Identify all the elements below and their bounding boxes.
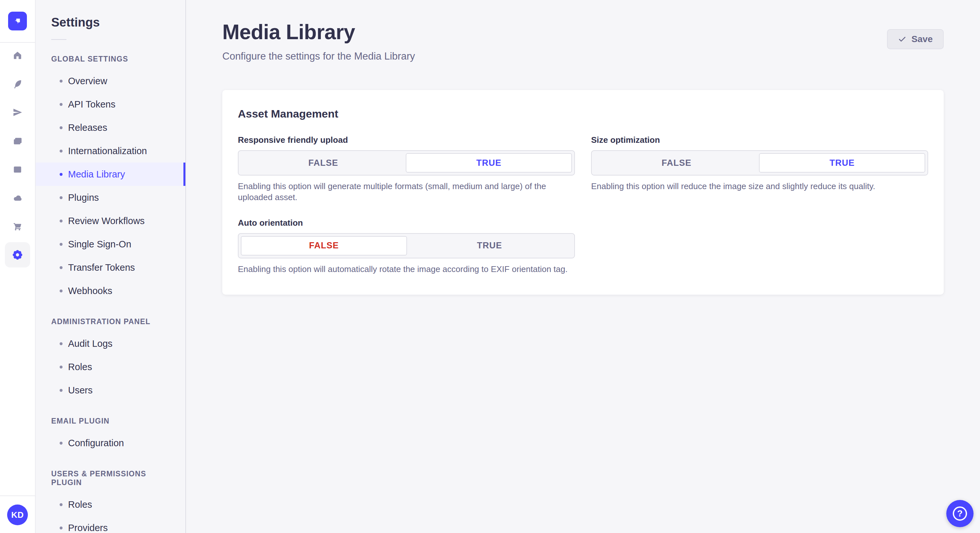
- strapi-logo-icon: [12, 16, 23, 27]
- toggle-option-true[interactable]: TRUE: [407, 236, 572, 255]
- sidebar-item-label: Review Workflows: [68, 216, 145, 226]
- main-nav-rail: KD: [0, 0, 36, 533]
- subnav-section-label: ADMINISTRATION PANEL: [51, 317, 170, 326]
- strapi-logo[interactable]: [8, 12, 27, 30]
- subnav-section: GLOBAL SETTINGS Overview API Tokens Rele…: [36, 55, 185, 303]
- app-root: KD Settings GLOBAL SETTINGS Overview API…: [0, 0, 980, 533]
- field-hint: Enabling this option will reduce the ima…: [591, 181, 928, 192]
- sidebar-item-label: Users: [68, 385, 93, 396]
- bullet-icon: [60, 389, 62, 392]
- subnav-section-items: Overview API Tokens Releases Internation…: [36, 69, 185, 303]
- cloud-icon[interactable]: [13, 193, 22, 203]
- sidebar-item-roles[interactable]: Roles: [36, 355, 185, 379]
- home-icon[interactable]: [13, 51, 22, 60]
- sidebar-item-label: Single Sign-On: [68, 239, 131, 250]
- bullet-icon: [60, 503, 62, 506]
- toggle-option-true[interactable]: TRUE: [759, 153, 925, 173]
- sidebar-item-api-tokens[interactable]: API Tokens: [36, 93, 185, 116]
- sidebar-item-configuration[interactable]: Configuration: [36, 431, 185, 455]
- bullet-icon: [60, 126, 62, 129]
- save-button-label: Save: [912, 34, 933, 44]
- check-icon: [898, 35, 907, 43]
- rail-footer: KD: [0, 495, 35, 533]
- sidebar-item-label: Roles: [68, 362, 92, 373]
- sidebar-item-audit-logs[interactable]: Audit Logs: [36, 332, 185, 355]
- settings-subnav: Settings GLOBAL SETTINGS Overview API To…: [36, 0, 186, 533]
- sidebar-item-plugins[interactable]: Plugins: [36, 186, 185, 209]
- logo-container: [0, 0, 35, 43]
- sidebar-item-label: Internationalization: [68, 146, 147, 156]
- send-icon[interactable]: [13, 108, 22, 117]
- bullet-icon: [60, 219, 62, 222]
- media-icon[interactable]: [13, 136, 22, 146]
- responsive-friendly-upload-toggle: FALSE TRUE: [238, 150, 575, 176]
- bullet-icon: [60, 196, 62, 199]
- page-subtitle: Configure the settings for the Media Lib…: [222, 51, 415, 62]
- sidebar-item-label: Configuration: [68, 438, 124, 449]
- subnav-section: USERS & PERMISSIONS PLUGIN Roles Provide…: [36, 470, 185, 533]
- fields-grid: Responsive friendly upload FALSE TRUE En…: [238, 135, 928, 274]
- toggle-option-true[interactable]: TRUE: [406, 153, 572, 173]
- page-header-text: Media Library Configure the settings for…: [222, 20, 415, 62]
- field-hint: Enabling this option will automatically …: [238, 263, 575, 274]
- size-optimization-toggle: FALSE TRUE: [591, 150, 928, 176]
- card-title: Asset Management: [238, 108, 928, 120]
- subnav-section-label: EMAIL PLUGIN: [51, 417, 170, 425]
- toggle-option-false[interactable]: FALSE: [594, 153, 759, 173]
- toggle-option-false[interactable]: FALSE: [241, 236, 407, 255]
- bullet-icon: [60, 342, 62, 345]
- asset-management-card: Asset Management Responsive friendly upl…: [222, 90, 944, 295]
- sidebar-item-media-library[interactable]: Media Library: [36, 163, 185, 186]
- field-auto-orientation: Auto orientation FALSE TRUE Enabling thi…: [238, 218, 575, 274]
- cart-icon[interactable]: [13, 222, 22, 231]
- sidebar-item-review-workflows[interactable]: Review Workflows: [36, 209, 185, 233]
- bullet-icon: [60, 366, 62, 368]
- bullet-icon: [60, 243, 62, 246]
- sidebar-item-providers[interactable]: Providers: [36, 516, 185, 533]
- field-label: Size optimization: [591, 135, 928, 145]
- sidebar-item-label: Transfer Tokens: [68, 262, 135, 273]
- rail-item-settings-active[interactable]: [5, 242, 30, 268]
- rail-nav-icons: [5, 51, 30, 268]
- bullet-icon: [60, 442, 62, 444]
- sidebar-item-releases[interactable]: Releases: [36, 116, 185, 139]
- question-mark-icon: ?: [953, 506, 967, 521]
- bullet-icon: [60, 80, 62, 82]
- sidebar-item-label: Overview: [68, 76, 107, 86]
- sidebar-item-roles[interactable]: Roles: [36, 493, 185, 516]
- sidebar-item-internationalization[interactable]: Internationalization: [36, 139, 185, 163]
- sidebar-item-label: Roles: [68, 499, 92, 510]
- subnav-section-label: GLOBAL SETTINGS: [51, 55, 170, 63]
- auto-orientation-toggle: FALSE TRUE: [238, 233, 575, 259]
- bullet-icon: [60, 527, 62, 530]
- sidebar-item-label: Webhooks: [68, 286, 113, 296]
- sidebar-item-label: Plugins: [68, 192, 99, 203]
- sidebar-item-users[interactable]: Users: [36, 379, 185, 402]
- subnav-section-label: USERS & PERMISSIONS PLUGIN: [51, 470, 170, 487]
- field-label: Responsive friendly upload: [238, 135, 575, 145]
- field-label: Auto orientation: [238, 218, 575, 228]
- sidebar-item-label: Media Library: [68, 169, 125, 180]
- feather-icon[interactable]: [13, 79, 22, 89]
- sidebar-item-webhooks[interactable]: Webhooks: [36, 279, 185, 303]
- field-responsive-friendly-upload: Responsive friendly upload FALSE TRUE En…: [238, 135, 575, 203]
- page-header: Media Library Configure the settings for…: [222, 20, 944, 62]
- page-title: Media Library: [222, 20, 415, 44]
- gear-icon: [11, 249, 24, 261]
- toggle-option-false[interactable]: FALSE: [241, 153, 406, 173]
- user-avatar[interactable]: KD: [7, 504, 28, 525]
- help-button[interactable]: ?: [946, 500, 974, 527]
- sidebar-item-label: Audit Logs: [68, 338, 113, 349]
- sidebar-item-overview[interactable]: Overview: [36, 69, 185, 93]
- sidebar-item-transfer-tokens[interactable]: Transfer Tokens: [36, 256, 185, 279]
- sidebar-item-single-sign-on[interactable]: Single Sign-On: [36, 233, 185, 256]
- bullet-icon: [60, 289, 62, 292]
- subnav-section-items: Audit Logs Roles Users: [36, 332, 185, 402]
- layout-icon[interactable]: [13, 165, 22, 174]
- main-content: Media Library Configure the settings for…: [186, 0, 980, 533]
- field-size-optimization: Size optimization FALSE TRUE Enabling th…: [591, 135, 928, 203]
- subnav-section: EMAIL PLUGIN Configuration: [36, 417, 185, 455]
- subnav-section-items: Roles Providers: [36, 493, 185, 533]
- bullet-icon: [60, 103, 62, 106]
- save-button[interactable]: Save: [887, 29, 944, 49]
